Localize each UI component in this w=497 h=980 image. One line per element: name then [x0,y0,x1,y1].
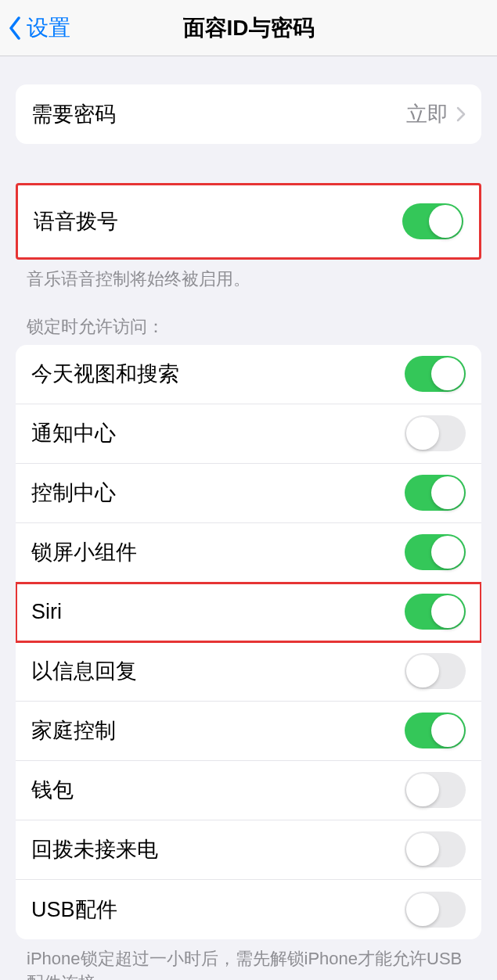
locked-access-toggle[interactable] [405,475,466,511]
locked-access-row: Siri [16,583,481,642]
voice-dial-row: 语音拨号 [18,185,479,257]
chevron-left-icon [8,16,22,40]
back-button[interactable]: 设置 [0,13,70,43]
page-title: 面容ID与密码 [0,13,497,43]
locked-access-toggle[interactable] [405,892,466,928]
require-passcode-group: 需要密码 立即 [16,84,481,144]
locked-access-toggle[interactable] [405,356,466,392]
voice-dial-toggle[interactable] [402,203,463,239]
locked-access-toggle[interactable] [405,534,466,570]
require-passcode-value: 立即 [406,100,448,128]
locked-access-label: 以信息回复 [31,657,405,685]
locked-access-label: Siri [31,600,405,624]
locked-access-label: 锁屏小组件 [31,538,405,566]
locked-access-row: USB配件 [16,880,481,939]
require-passcode-label: 需要密码 [31,100,406,128]
locked-access-row: 锁屏小组件 [16,523,481,583]
voice-dial-footer: 音乐语音控制将始终被启用。 [0,260,497,292]
locked-access-label: 通知中心 [31,419,405,447]
voice-dial-group: 语音拨号 [16,183,481,260]
locked-access-row: 以信息回复 [16,642,481,702]
back-label: 设置 [27,13,70,43]
chevron-right-icon [456,106,466,122]
locked-access-label: 家庭控制 [31,716,405,745]
locked-access-row: 通知中心 [16,404,481,464]
locked-access-toggle[interactable] [405,653,466,689]
locked-access-label: 回拨未接来电 [31,835,405,863]
locked-access-label: USB配件 [31,896,405,924]
locked-access-toggle[interactable] [405,831,466,867]
navigation-bar: 设置 面容ID与密码 [0,0,497,56]
locked-access-label: 钱包 [31,776,405,804]
voice-dial-label: 语音拨号 [34,207,402,235]
locked-access-row: 回拨未接来电 [16,820,481,880]
locked-access-label: 控制中心 [31,479,405,507]
locked-access-row: 今天视图和搜索 [16,345,481,404]
locked-access-group: 今天视图和搜索通知中心控制中心锁屏小组件Siri以信息回复家庭控制钱包回拨未接来… [16,345,481,939]
locked-access-toggle[interactable] [405,713,466,748]
locked-access-footer: iPhone锁定超过一小时后，需先解锁iPhone才能允许USB配件连接。 [0,939,497,980]
locked-access-toggle[interactable] [405,772,466,808]
locked-access-toggle[interactable] [405,415,466,451]
locked-access-header: 锁定时允许访问： [0,292,497,345]
locked-access-row: 钱包 [16,761,481,820]
locked-access-toggle[interactable] [405,594,466,630]
locked-access-label: 今天视图和搜索 [31,360,405,388]
require-passcode-row[interactable]: 需要密码 立即 [16,84,481,144]
locked-access-row: 控制中心 [16,464,481,523]
locked-access-row: 家庭控制 [16,702,481,761]
